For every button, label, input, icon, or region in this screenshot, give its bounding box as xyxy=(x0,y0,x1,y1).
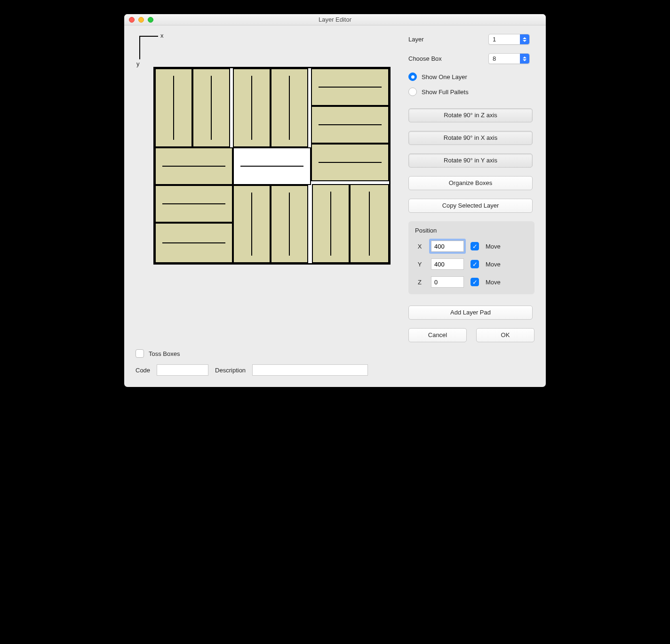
move-x-checkbox[interactable] xyxy=(471,242,479,250)
description-label: Description xyxy=(215,367,246,374)
box[interactable] xyxy=(312,184,350,263)
titlebar: Layer Editor xyxy=(124,14,546,25)
move-x-label: Move xyxy=(486,243,501,250)
pallet-canvas[interactable] xyxy=(153,67,391,265)
pos-x-input[interactable] xyxy=(431,241,464,252)
box[interactable] xyxy=(233,68,271,147)
stepper-icon[interactable] xyxy=(520,54,529,64)
organize-boxes-button[interactable]: Organize Boxes xyxy=(408,176,533,190)
rotate-y-button[interactable]: Rotate 90° in Y axis xyxy=(408,153,533,168)
layer-label: Layer xyxy=(408,36,488,43)
position-panel: Position X Move Y Move Z Move xyxy=(408,221,534,294)
show-full-pallets-radio[interactable] xyxy=(408,88,417,96)
choose-box-label: Choose Box xyxy=(408,55,488,62)
pos-y-input[interactable] xyxy=(431,258,464,270)
show-full-pallets-label: Show Full Pallets xyxy=(422,89,469,96)
move-y-checkbox[interactable] xyxy=(471,260,479,268)
pos-z-label: Z xyxy=(415,279,424,286)
box[interactable] xyxy=(155,185,233,223)
box[interactable] xyxy=(155,68,192,147)
axis-y-label: y xyxy=(136,60,140,67)
layer-editor-window: Layer Editor x y xyxy=(124,14,546,387)
rotate-x-button[interactable]: Rotate 90° in X axis xyxy=(408,131,533,145)
box[interactable] xyxy=(155,223,233,263)
box[interactable] xyxy=(271,68,308,147)
box[interactable] xyxy=(350,184,389,263)
position-title: Position xyxy=(415,227,528,234)
rotate-z-button[interactable]: Rotate 90° in Z axis xyxy=(408,108,533,122)
pos-y-label: Y xyxy=(415,261,424,268)
cancel-button[interactable]: Cancel xyxy=(408,328,467,342)
move-z-checkbox[interactable] xyxy=(471,278,479,286)
window-title: Layer Editor xyxy=(124,16,546,23)
copy-selected-layer-button[interactable]: Copy Selected Layer xyxy=(408,199,533,213)
box[interactable] xyxy=(311,144,389,181)
code-label: Code xyxy=(136,367,150,374)
box[interactable] xyxy=(233,185,271,263)
pos-x-label: X xyxy=(415,243,424,250)
layer-select-value: 1 xyxy=(493,36,496,43)
box[interactable] xyxy=(271,185,308,263)
toss-boxes-label: Toss Boxes xyxy=(149,350,180,357)
box[interactable] xyxy=(155,147,233,185)
box[interactable] xyxy=(192,68,230,147)
box[interactable] xyxy=(311,68,389,106)
axes-icon: x y xyxy=(135,34,163,67)
pos-z-input[interactable] xyxy=(431,276,464,288)
code-input[interactable] xyxy=(157,364,208,376)
move-z-label: Move xyxy=(486,279,501,286)
box-selected[interactable] xyxy=(233,147,311,185)
show-one-layer-label: Show One Layer xyxy=(422,73,467,80)
add-layer-pad-button[interactable]: Add Layer Pad xyxy=(408,306,533,320)
show-one-layer-radio[interactable] xyxy=(408,72,417,81)
stepper-icon[interactable] xyxy=(520,34,529,44)
choose-box-select[interactable]: 8 xyxy=(488,53,530,64)
move-y-label: Move xyxy=(486,261,501,268)
box[interactable] xyxy=(311,106,389,144)
description-input[interactable] xyxy=(252,364,368,376)
choose-box-value: 8 xyxy=(493,55,496,62)
axis-x-label: x xyxy=(160,32,164,39)
ok-button[interactable]: OK xyxy=(476,328,534,342)
toss-boxes-checkbox[interactable] xyxy=(136,349,144,358)
layer-select[interactable]: 1 xyxy=(488,34,530,45)
